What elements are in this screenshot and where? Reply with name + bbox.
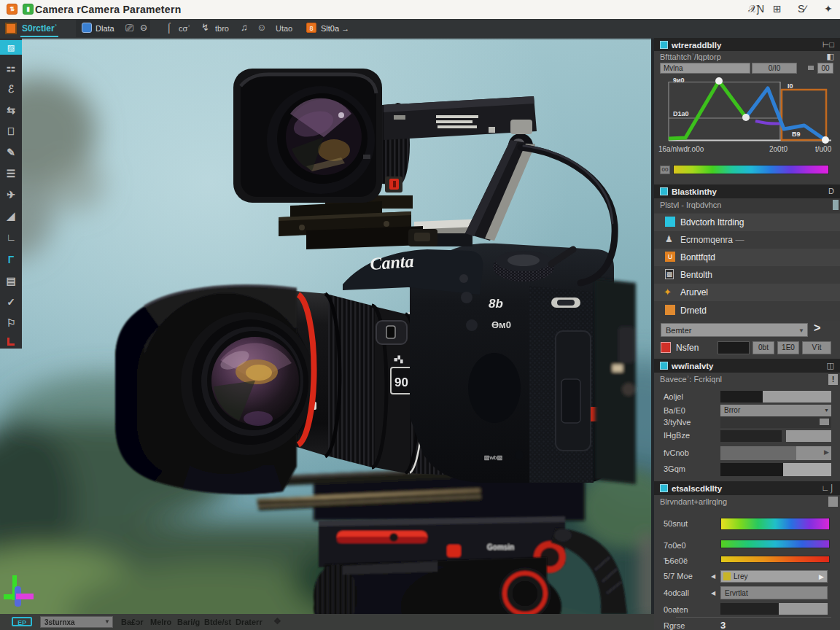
svg-text:8b: 8b bbox=[489, 297, 503, 311]
svg-text:90: 90 bbox=[394, 376, 408, 389]
svg-text:Canta: Canta bbox=[370, 252, 415, 273]
svg-text:D1a0: D1a0 bbox=[673, 110, 689, 117]
svg-text:Gomsin: Gomsin bbox=[487, 543, 514, 551]
svg-text:I0: I0 bbox=[788, 82, 793, 90]
svg-text:9и0: 9и0 bbox=[673, 77, 685, 84]
svg-text:Өм0: Өм0 bbox=[491, 319, 511, 330]
svg-text:B9: B9 bbox=[792, 131, 801, 138]
svg-text:■▚: ■▚ bbox=[394, 355, 403, 364]
svg-text:▧wb▧: ▧wb▧ bbox=[484, 454, 502, 461]
